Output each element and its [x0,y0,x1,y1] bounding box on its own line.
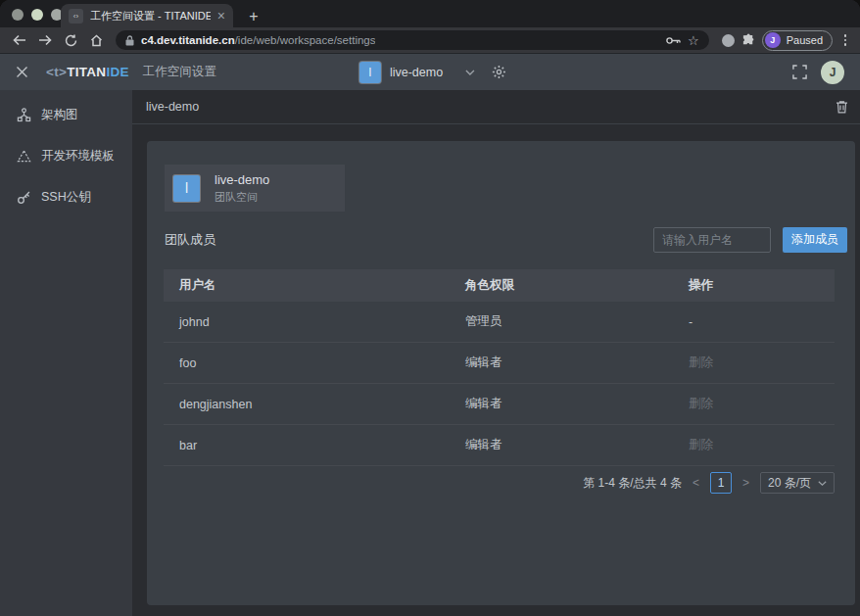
member-username: johnd [179,315,465,329]
workspace-card-avatar: l [173,175,200,202]
sidebar-item-architecture[interactable]: 架构图 [0,94,132,135]
pagination-next-icon[interactable]: > [741,476,750,490]
team-members-header: 团队成员 添加成员 [165,226,847,253]
member-action-none: - [689,315,835,329]
browser-menu-icon[interactable] [838,34,852,46]
member-row: dengjianshen 编辑者 删除 [164,384,835,425]
member-row: foo 编辑者 删除 [164,343,835,384]
browser-tab[interactable]: ‹› 工作空间设置 - TITANIDE × [61,4,233,27]
site-favicon-icon: ‹› [69,9,83,24]
url-path: /ide/web/workspace/settings [235,34,376,46]
workspace-card-type: 团队空间 [215,189,269,206]
forward-icon[interactable] [33,29,57,51]
select-chevron-icon [818,481,827,486]
key-icon [17,190,31,205]
browser-profile-chip[interactable]: J Paused [762,30,833,51]
member-row: johnd 管理员 - [164,302,835,343]
member-delete-link[interactable]: 删除 [689,437,835,453]
address-bar[interactable]: c4.dev.titanide.cn/ide/web/workspace/set… [116,30,709,50]
section-title: 团队成员 [165,231,215,249]
pagination-page-1[interactable]: 1 [710,472,732,494]
col-action: 操作 [689,277,835,294]
work-area: 架构图 开发环境模板 SSH公钥 live-demo [0,90,860,616]
member-delete-link[interactable]: 删除 [689,396,835,412]
member-delete-link[interactable]: 删除 [689,355,835,371]
tab-title: 工作空间设置 - TITANIDE [90,9,211,24]
bookmark-star-icon[interactable]: ☆ [688,34,699,47]
extension-icon[interactable] [722,34,735,47]
page-title: 工作空间设置 [143,64,216,80]
padlock-icon [125,35,134,46]
member-username: bar [179,439,465,452]
fullscreen-icon[interactable] [792,65,807,79]
home-icon[interactable] [84,29,108,51]
user-avatar[interactable]: J [821,61,844,84]
workspace-name: live-demo [390,66,443,79]
sidebar-item-dev-env-template[interactable]: 开发环境模板 [0,135,132,176]
settings-gear-icon[interactable] [492,65,506,79]
member-role: 管理员 [465,313,689,330]
settings-panel: l live-demo 团队空间 团队成员 添加成员 用户名 角色权限 操作 [147,141,855,605]
sidebar-item-label: 开发环境模板 [41,148,115,165]
pagination-prev-icon[interactable]: < [692,476,700,490]
back-icon[interactable] [8,29,31,51]
app-close-icon[interactable] [16,66,28,78]
content-top-bar: live-demo [132,90,860,124]
page-size-select[interactable]: 20 条/页 [760,472,835,494]
extensions-puzzle-icon[interactable] [741,33,756,48]
url-host: c4.dev.titanide.cn [141,34,235,46]
logo-bracket: <t> [46,65,67,79]
profile-avatar: J [765,32,781,48]
member-role: 编辑者 [465,355,689,371]
app-logo: <t>TITANIDE [46,65,129,79]
pagination: 第 1-4 条/总共 4 条 < 1 > 20 条/页 [583,469,835,497]
logo-name: TITAN [67,65,106,79]
header-right-actions: J [792,61,844,84]
branch-diagram-icon [17,108,31,122]
browser-tab-strip: ‹› 工作空间设置 - TITANIDE × + [0,0,860,27]
chevron-down-icon[interactable] [465,70,475,75]
app-header: <t>TITANIDE 工作空间设置 l live-demo J [0,53,860,90]
reload-icon[interactable] [59,29,82,51]
page-size-value: 20 条/页 [768,475,811,492]
template-triangle-icon [17,149,31,164]
browser-toolbar: c4.dev.titanide.cn/ide/web/workspace/set… [0,27,860,53]
logo-suffix: IDE [106,65,128,79]
profile-status: Paused [787,34,823,46]
new-tab-button[interactable]: + [243,6,264,27]
members-table: 用户名 角色权限 操作 johnd 管理员 - foo 编辑者 删除 dengj… [164,269,835,466]
add-member-button[interactable]: 添加成员 [783,227,847,253]
member-username: foo [179,356,465,370]
pagination-summary: 第 1-4 条/总共 4 条 [583,475,682,492]
member-role: 编辑者 [465,396,689,412]
sidebar-item-ssh-key[interactable]: SSH公钥 [0,176,132,217]
password-key-icon[interactable] [666,36,681,45]
table-header: 用户名 角色权限 操作 [164,269,835,302]
workspace-avatar: l [359,62,381,83]
col-role: 角色权限 [465,277,689,294]
member-row: bar 编辑者 删除 [164,425,835,466]
workspace-card: l live-demo 团队空间 [165,165,345,212]
window-close-button[interactable] [12,9,24,21]
member-username: dengjianshen [179,398,465,411]
member-role: 编辑者 [465,437,689,453]
tab-close-icon[interactable]: × [217,9,225,23]
delete-workspace-trash-icon[interactable] [836,100,848,114]
macos-window-controls [12,9,63,21]
browser-window: ‹› 工作空间设置 - TITANIDE × + c4.dev.titanide… [0,0,860,616]
sidebar-item-label: SSH公钥 [41,189,91,206]
sidebar-item-label: 架构图 [41,107,78,123]
username-input[interactable] [653,227,771,253]
window-minimize-button[interactable] [31,9,43,21]
url-text: c4.dev.titanide.cn/ide/web/workspace/set… [141,34,375,46]
col-username: 用户名 [179,277,465,294]
workspace-card-name: live-demo [215,171,269,189]
workspace-switcher[interactable]: l live-demo [359,54,506,90]
breadcrumb: live-demo [146,100,199,114]
sidebar: 架构图 开发环境模板 SSH公钥 [0,90,132,616]
